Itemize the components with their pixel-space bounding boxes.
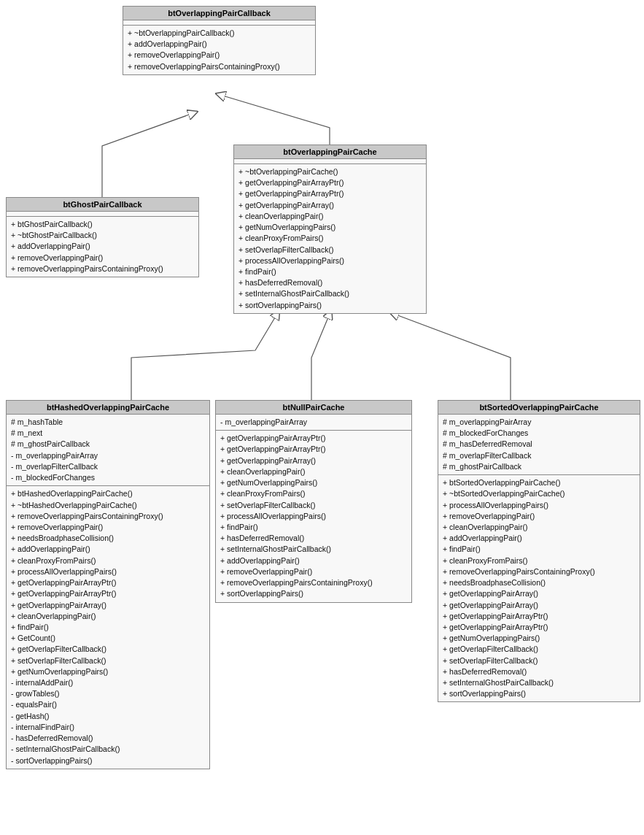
method-item: + getOverlapFilterCallback() <box>443 644 635 655</box>
member-item: # m_blockedForChanges <box>443 428 635 439</box>
class-name: btOverlappingPairCache <box>283 147 376 156</box>
method-item: + processAllOverlappingPairs() <box>220 511 407 522</box>
diagram-container: btOverlappingPairCallback + ~btOverlappi… <box>0 0 644 835</box>
class-header-btSortedOverlappingPairCache: btSortedOverlappingPairCache <box>438 401 640 415</box>
class-header-btOverlappingPairCallback: btOverlappingPairCallback <box>123 7 315 20</box>
method-item: + findPair() <box>11 622 205 633</box>
method-item: + findPair() <box>238 266 422 277</box>
class-methods-btNullPairCache: + getOverlappingPairArrayPtr() + getOver… <box>216 431 411 601</box>
method-item: + getOverlapFilterCallback() <box>11 644 205 655</box>
method-item: + getNumOverlappingPairs() <box>220 477 407 488</box>
method-item: + removeOverlappingPairsContainingProxy(… <box>11 263 194 274</box>
method-item: - growTables() <box>11 688 205 699</box>
method-item: + setOverlapFilterCallback() <box>443 655 635 666</box>
member-item: - m_overlappingPairArray <box>220 417 407 428</box>
class-methods-btOverlappingPairCache: + ~btOverlappingPairCache() + getOverlap… <box>234 164 426 313</box>
method-item: + addOverlappingPair() <box>11 241 194 252</box>
method-item: + ~btHashedOverlappingPairCache() <box>11 500 205 511</box>
class-btNullPairCache: btNullPairCache - m_overlappingPairArray… <box>215 400 412 603</box>
method-item: + cleanProxyFromPairs() <box>220 488 407 499</box>
class-header-btHashedOverlappingPairCache: btHashedOverlappingPairCache <box>7 401 209 415</box>
member-item: # m_ghostPairCallback <box>11 439 205 450</box>
method-item: - internalAddPair() <box>11 677 205 688</box>
class-members-btOverlappingPairCallback <box>123 20 315 26</box>
method-item: + btSortedOverlappingPairCache() <box>443 477 635 488</box>
method-item: + removeOverlappingPair() <box>220 566 407 577</box>
member-item: # m_hashTable <box>11 417 205 428</box>
member-item: # m_hasDeferredRemoval <box>443 439 635 450</box>
method-item: + hasDeferredRemoval() <box>443 666 635 677</box>
method-item: + setInternalGhostPairCallback() <box>238 288 422 299</box>
method-item: + getOverlappingPairArray() <box>220 455 407 466</box>
method-item: + ~btOverlappingPairCallback() <box>128 28 311 39</box>
class-methods-btSortedOverlappingPairCache: + btSortedOverlappingPairCache() + ~btSo… <box>438 475 640 701</box>
method-item: + removeOverlappingPairsContainingProxy(… <box>11 511 205 522</box>
method-item: + getOverlappingPairArrayPtr() <box>238 188 422 199</box>
class-methods-btGhostPairCallback: + btGhostPairCallback() + ~btGhostPairCa… <box>7 217 198 277</box>
method-item: + getOverlappingPairArrayPtr() <box>11 588 205 599</box>
method-item: + needsBroadphaseCollision() <box>11 533 205 544</box>
method-item: + removeOverlappingPair() <box>11 253 194 263</box>
method-item: + findPair() <box>443 544 635 555</box>
method-item: + setInternalGhostPairCallback() <box>443 677 635 688</box>
method-item: + needsBroadphaseCollision() <box>443 577 635 588</box>
method-item: + removeOverlappingPairsContainingProxy(… <box>128 61 311 72</box>
method-item: + removeOverlappingPairsContainingProxy(… <box>220 577 407 588</box>
method-item: + cleanProxyFromPairs() <box>238 233 422 244</box>
method-item: + btGhostPairCallback() <box>11 219 194 230</box>
class-btSortedOverlappingPairCache: btSortedOverlappingPairCache # m_overlap… <box>438 400 640 702</box>
method-item: + cleanProxyFromPairs() <box>443 555 635 566</box>
method-item: + setOverlapFilterCallback() <box>11 655 205 666</box>
method-item: + removeOverlappingPair() <box>128 50 311 61</box>
member-item: # m_ghostPairCallback <box>443 461 635 472</box>
method-item: + btHashedOverlappingPairCache() <box>11 488 205 499</box>
member-item: - m_blockedForChanges <box>11 472 205 483</box>
class-methods-btHashedOverlappingPairCache: + btHashedOverlappingPairCache() + ~btHa… <box>7 486 209 768</box>
method-item: - equalsPair() <box>11 699 205 710</box>
method-item: - sortOverlappingPairs() <box>11 755 205 766</box>
class-btGhostPairCallback: btGhostPairCallback + btGhostPairCallbac… <box>6 197 199 277</box>
method-item: + removeOverlappingPair() <box>443 511 635 522</box>
method-item: + getOverlappingPairArray() <box>443 600 635 611</box>
method-item: + hasDeferredRemoval() <box>220 533 407 544</box>
method-item: + cleanOverlappingPair() <box>220 466 407 477</box>
member-item: - m_overlappingPairArray <box>11 450 205 461</box>
method-item: + processAllOverlappingPairs() <box>11 566 205 577</box>
class-members-btOverlappingPairCache <box>234 159 426 164</box>
class-header-btOverlappingPairCache: btOverlappingPairCache <box>234 145 426 159</box>
class-name: btGhostPairCallback <box>63 200 141 209</box>
method-item: + hasDeferredRemoval() <box>238 277 422 288</box>
method-item: - getHash() <box>11 711 205 722</box>
method-item: + getNumOverlappingPairs() <box>238 222 422 233</box>
class-btOverlappingPairCallback: btOverlappingPairCallback + ~btOverlappi… <box>123 6 316 75</box>
method-item: + sortOverlappingPairs() <box>443 688 635 699</box>
method-item: + cleanOverlappingPair() <box>11 611 205 622</box>
method-item: + addOverlappingPair() <box>11 544 205 555</box>
member-item: - m_overlapFilterCallback <box>11 461 205 472</box>
method-item: + cleanOverlappingPair() <box>238 211 422 222</box>
class-members-btGhostPairCallback <box>7 212 198 217</box>
class-members-btSortedOverlappingPairCache: # m_overlappingPairArray # m_blockedForC… <box>438 415 640 475</box>
method-item: - setInternalGhostPairCallback() <box>11 744 205 755</box>
method-item: + removeOverlappingPair() <box>11 522 205 533</box>
method-item: + getOverlappingPairArrayPtr() <box>220 444 407 455</box>
method-item: + getOverlappingPairArrayPtr() <box>443 611 635 622</box>
class-name: btHashedOverlappingPairCache <box>47 403 169 412</box>
method-item: + GetCount() <box>11 633 205 644</box>
method-item: + getOverlappingPairArrayPtr() <box>220 433 407 444</box>
method-item: + addOverlappingPair() <box>443 533 635 544</box>
method-item: + setOverlapFilterCallback() <box>220 500 407 511</box>
method-item: + processAllOverlappingPairs() <box>443 500 635 511</box>
class-members-btNullPairCache: - m_overlappingPairArray <box>216 415 411 431</box>
method-item: + getOverlappingPairArrayPtr() <box>238 177 422 188</box>
method-item: + removeOverlappingPairsContainingProxy(… <box>443 566 635 577</box>
method-item: + ~btOverlappingPairCache() <box>238 166 422 177</box>
member-item: # m_overlapFilterCallback <box>443 450 635 461</box>
class-btHashedOverlappingPairCache: btHashedOverlappingPairCache # m_hashTab… <box>6 400 210 769</box>
method-item: + setInternalGhostPairCallback() <box>220 544 407 555</box>
class-header-btNullPairCache: btNullPairCache <box>216 401 411 415</box>
method-item: + ~btGhostPairCallback() <box>11 230 194 241</box>
class-header-btGhostPairCallback: btGhostPairCallback <box>7 198 198 212</box>
method-item: + getOverlappingPairArray() <box>443 588 635 599</box>
method-item: + findPair() <box>220 522 407 533</box>
